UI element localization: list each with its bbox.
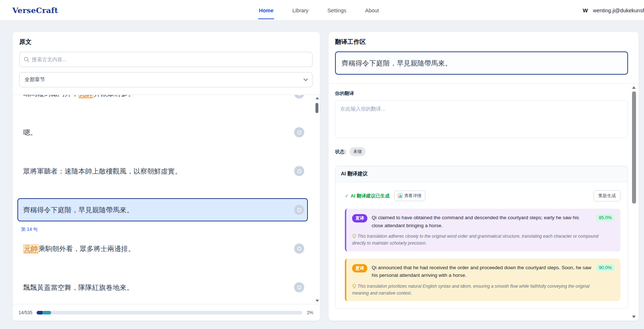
search-input[interactable] xyxy=(19,52,313,67)
sentence-status-button[interactable] xyxy=(294,127,304,137)
circle-status-icon xyxy=(297,208,301,212)
sentence-text: 飄飄黃蓋當空舞，隊隊紅旗卷地來。 xyxy=(23,283,133,291)
search-field-wrap xyxy=(19,52,313,67)
generation-status: ✓ AI 翻译建议已生成 xyxy=(345,193,390,199)
source-panel-title: 原文 xyxy=(19,38,313,46)
circle-status-icon xyxy=(297,286,301,290)
view-details-button[interactable]: 查看详情 xyxy=(394,191,425,201)
scrollbar-thumb[interactable] xyxy=(632,91,636,204)
suggestion-tag: 直译 xyxy=(352,214,367,222)
suggestion-content: 直译 Qi claimed to have obtained the comma… xyxy=(352,214,615,229)
scroll-down-arrow[interactable] xyxy=(632,316,636,318)
sentence-row[interactable]: 眾將軍聽者：速隨本帥上敵樓觀風，以察朝鮮虛實。 xyxy=(17,159,308,183)
sentence-status-button[interactable] xyxy=(294,95,304,99)
suggestion-free[interactable]: 意译 Qi announced that he had received the… xyxy=(345,259,620,301)
sentence-number-label: 第 14 句 xyxy=(21,225,38,234)
sentence-status-button[interactable] xyxy=(294,205,304,215)
user-email: wenting.ji@dukekunshan xyxy=(593,8,644,13)
circle-status-icon xyxy=(297,95,301,96)
translation-input[interactable] xyxy=(335,100,628,138)
chapter-filter-select[interactable]: 全部章节 xyxy=(19,72,313,87)
sentence-row[interactable]: 元帥乘駒朝外看，眾多將士兩邊排。 xyxy=(17,237,308,260)
top-navbar: VerseCraft Home Library Settings About W… xyxy=(0,0,644,21)
sentence-row[interactable]: 嗯。 xyxy=(17,121,308,144)
sentence-status-button[interactable] xyxy=(294,282,304,292)
source-text-panel: 原文 全部章节 哨馬報到轅門外，元帥升帳眾將參。 嗯。 xyxy=(12,32,320,321)
sentence-status-button[interactable] xyxy=(294,166,304,176)
app-logo[interactable]: VerseCraft xyxy=(12,6,58,15)
regenerate-button[interactable]: 重新生成 xyxy=(594,190,620,201)
status-label: 状态: xyxy=(335,149,346,155)
nav-link-home[interactable]: Home xyxy=(258,1,274,19)
generation-status-row: ✓ AI 翻译建议已生成 查看详情 重新生成 xyxy=(345,190,620,201)
avatar: W xyxy=(583,7,588,13)
ai-suggestions-title: AI 翻译建议 xyxy=(335,166,628,182)
ai-suggestions-card: AI 翻译建议 ✓ AI 翻译建议已生成 xyxy=(335,166,628,309)
ai-suggestions-body: ✓ AI 翻译建议已生成 查看详情 重新生成 xyxy=(335,182,628,308)
sentence-row[interactable]: 飄飄黃蓋當空舞，隊隊紅旗卷地來。 xyxy=(17,276,308,299)
check-icon: ✓ xyxy=(345,193,349,199)
nav-link-about[interactable]: About xyxy=(364,1,380,19)
workspace-scroll-area: 你的翻译 状态: 未做 AI 翻译建议 ✓ AI 翻译建议已生成 xyxy=(329,83,639,321)
sentence-row-clipped[interactable]: 哨馬報到轅門外，元帥升帳眾將參。 xyxy=(17,95,308,105)
sentence-text: 齊稱得令下庭階，早見親隨帶馬來。 xyxy=(23,206,133,214)
suggestion-note: This translation adheres closely to the … xyxy=(352,233,615,247)
lightbulb-icon xyxy=(352,284,356,289)
sentence-text: 嗯。 xyxy=(23,128,37,136)
suggestion-literal[interactable]: 直译 Qi claimed to have obtained the comma… xyxy=(345,209,620,251)
progress-segment-partial xyxy=(42,311,51,315)
main-content: 原文 全部章节 哨馬報到轅門外，元帥升帳眾將參。 嗯。 xyxy=(0,21,644,321)
sentence-status-button[interactable] xyxy=(294,243,304,254)
source-panel-header: 原文 全部章节 xyxy=(13,32,320,87)
translation-workspace-panel: 翻译工作区 齊稱得令下庭階，早見親隨帶馬來。 你的翻译 状态: 未做 AI 翻译… xyxy=(328,32,639,321)
suggestion-score-badge: 90.0% xyxy=(596,264,615,271)
nav-link-settings[interactable]: Settings xyxy=(327,1,347,19)
status-badge: 未做 xyxy=(350,147,366,156)
sentence-list: 哨馬報到轅門外，元帥升帳眾將參。 嗯。 眾將軍聽者：速隨本帥上敵樓觀風，以察朝鮮… xyxy=(13,95,320,304)
suggestion-tag: 意译 xyxy=(352,264,367,272)
progress-bar xyxy=(37,311,302,315)
suggestion-note: This translation prioritizes natural Eng… xyxy=(352,283,615,297)
workspace-title: 翻译工作区 xyxy=(335,38,628,46)
term-highlight[interactable]: 元帥 xyxy=(78,95,94,98)
user-menu[interactable]: W wenting.ji@dukekunshan xyxy=(583,0,644,21)
sentence-text: 元帥乘駒朝外看，眾多將士兩邊排。 xyxy=(23,244,135,253)
progress-percent: 2% xyxy=(307,310,313,315)
suggestion-score-badge: 85.0% xyxy=(596,214,615,221)
chapter-filter-value: 全部章节 xyxy=(25,76,45,83)
suggestion-text: Qi claimed to have obtained the command … xyxy=(372,214,592,229)
scroll-up-arrow[interactable] xyxy=(315,97,319,99)
your-translation-label: 你的翻译 xyxy=(335,90,628,97)
term-highlight[interactable]: 元帥 xyxy=(23,244,38,253)
chevron-down-icon xyxy=(304,78,308,81)
nav-link-library[interactable]: Library xyxy=(292,1,309,19)
status-row: 状态: 未做 xyxy=(335,147,628,156)
circle-status-icon xyxy=(297,130,301,134)
workspace-scrollbar xyxy=(632,86,636,319)
sentence-row-selected[interactable]: 齊稱得令下庭階，早見親隨帶馬來。 第 14 句 xyxy=(17,198,308,221)
progress-footer: 14/535 2% xyxy=(13,304,320,321)
scroll-down-arrow[interactable] xyxy=(315,300,319,302)
suggestion-text: Qi announced that he had received the or… xyxy=(372,264,592,279)
bar-chart-icon xyxy=(398,193,402,198)
main-nav: Home Library Settings About xyxy=(258,0,380,21)
source-list-scrollbar xyxy=(315,96,319,303)
workspace-header: 翻译工作区 齊稱得令下庭階，早見親隨帶馬來。 xyxy=(329,32,639,75)
progress-count: 14/535 xyxy=(18,310,32,315)
scroll-up-arrow[interactable] xyxy=(632,86,636,89)
circle-status-icon xyxy=(297,169,301,173)
search-icon xyxy=(24,57,29,62)
circle-status-icon xyxy=(297,247,301,251)
sentence-text: 眾將軍聽者：速隨本帥上敵樓觀風，以察朝鮮虛實。 xyxy=(23,167,182,175)
selected-sentence-box: 齊稱得令下庭階，早見親隨帶馬來。 xyxy=(335,51,628,75)
lightbulb-icon xyxy=(352,234,356,239)
suggestion-content: 意译 Qi announced that he had received the… xyxy=(352,264,615,279)
sentence-text: 哨馬報到轅門外，元帥升帳眾將參。 xyxy=(23,95,135,98)
scrollbar-thumb[interactable] xyxy=(315,103,318,113)
